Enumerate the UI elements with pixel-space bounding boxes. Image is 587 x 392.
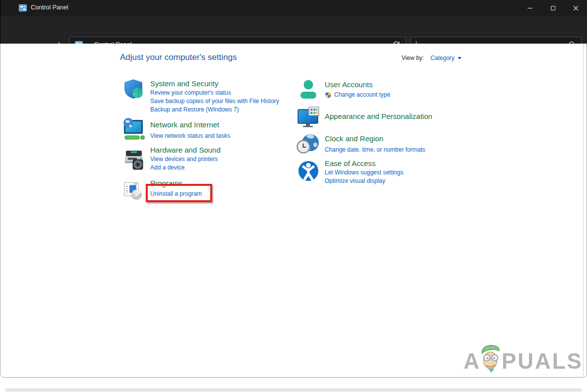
category-title[interactable]: Appearance and Personalization — [325, 112, 432, 121]
minimize-button[interactable] — [519, 0, 541, 16]
window-controls — [519, 0, 587, 16]
watermark-letter: A — [464, 350, 481, 372]
minimize-icon — [528, 8, 532, 8]
clock-globe-icon[interactable] — [296, 132, 320, 156]
page-title: Adjust your computer's settings — [120, 53, 237, 62]
category-title[interactable]: Ease of Access — [325, 159, 376, 168]
watermark-letters: PUALS — [502, 350, 583, 372]
network-monitor-icon[interactable] — [122, 117, 146, 141]
category-title[interactable]: Network and Internet — [150, 120, 219, 130]
view-by-value[interactable]: Category — [430, 55, 455, 61]
navigation-toolbar: ← → ↑ › Control Panel › — [0, 16, 587, 44]
user-accounts-icon[interactable] — [296, 77, 320, 101]
category-appearance-and-personalization: Appearance and Personalization — [296, 105, 465, 121]
category-title[interactable]: Clock and Region — [325, 134, 383, 144]
category-ease-of-access: Ease of Access Let Windows suggest setti… — [296, 158, 465, 185]
category-system-and-security: System and Security Review your computer… — [122, 76, 291, 114]
task-link[interactable]: View devices and printers — [150, 155, 218, 164]
window-title: Control Panel — [31, 4, 68, 11]
task-link[interactable]: Change account type — [334, 91, 390, 99]
view-by-control: View by: Category — [402, 55, 462, 61]
security-shield-icon[interactable] — [122, 77, 146, 101]
dropdown-caret-icon[interactable] — [458, 57, 462, 59]
task-link[interactable]: Review your computer's status — [150, 89, 231, 97]
maximize-icon — [551, 6, 555, 10]
task-link[interactable]: Change date, time, or number formats — [325, 146, 425, 154]
printer-speaker-icon[interactable] — [122, 147, 146, 170]
appuals-watermark: A PUALS — [464, 344, 583, 372]
programs-window-disc-icon[interactable] — [122, 179, 144, 201]
ease-of-access-icon[interactable] — [296, 159, 320, 183]
category-title[interactable]: User Accounts — [325, 80, 373, 90]
category-title[interactable]: Hardware and Sound — [150, 145, 221, 155]
maximize-button[interactable] — [541, 0, 564, 16]
window-edge-line — [583, 44, 584, 377]
category-user-accounts: User Accounts Change account type — [296, 77, 465, 99]
task-link[interactable]: Add a device — [150, 164, 184, 172]
background-blur-artifact — [5, 389, 582, 392]
task-link[interactable]: Let Windows suggest settings — [325, 168, 404, 177]
view-by-label: View by: — [402, 55, 424, 61]
appuals-mascot-icon — [480, 344, 503, 373]
content-area — [0, 44, 587, 378]
category-title[interactable]: System and Security — [150, 79, 219, 89]
task-link[interactable]: View network status and tasks — [150, 132, 230, 140]
control-panel-icon — [19, 4, 27, 12]
task-link[interactable]: Backup and Restore (Windows 7) — [150, 106, 239, 114]
control-panel-window: Control Panel ← → ↑ — [0, 0, 587, 392]
category-hardware-and-sound: Hardware and Sound View devices and prin… — [122, 143, 291, 172]
task-link[interactable]: Optimize visual display — [325, 177, 385, 185]
page-background-strip — [0, 378, 587, 392]
category-clock-and-region: Clock and Region Change date, time, or n… — [296, 132, 465, 154]
close-icon — [573, 5, 579, 11]
close-button[interactable] — [564, 0, 587, 16]
uac-shield-icon — [325, 92, 332, 99]
task-link[interactable]: Save backup copies of your files with Fi… — [150, 97, 279, 106]
category-network-and-internet: Network and Internet View network status… — [122, 117, 291, 140]
appearance-monitor-icon[interactable] — [296, 105, 320, 129]
red-highlight-box — [146, 184, 212, 202]
titlebar: Control Panel — [0, 0, 587, 16]
